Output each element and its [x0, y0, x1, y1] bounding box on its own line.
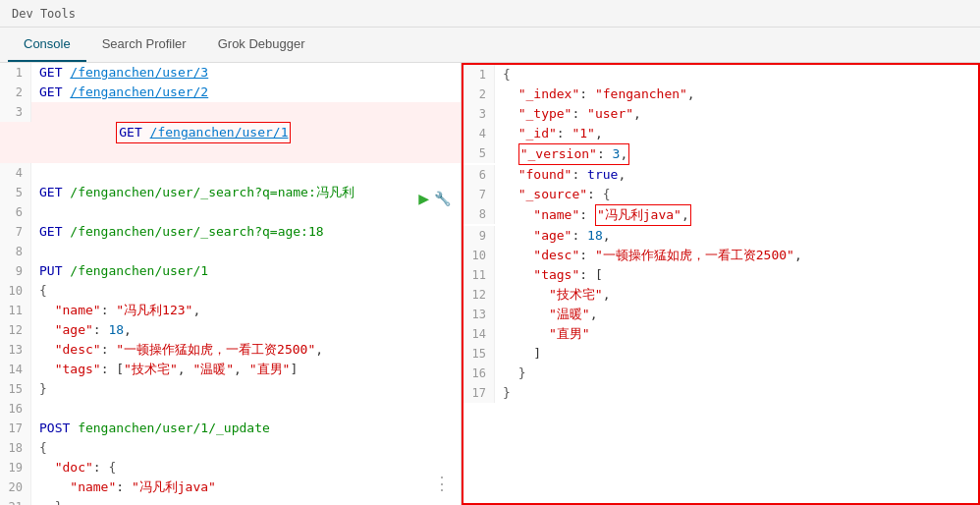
- line-content: "_version": 3,: [495, 143, 978, 165]
- line-content: "_index": "fenganchen",: [495, 84, 978, 104]
- line-number: 12: [463, 285, 495, 305]
- line-number: 15: [0, 379, 31, 399]
- line-number: 18: [0, 438, 31, 458]
- line-content: "技术宅",: [495, 285, 978, 305]
- table-row: 7 "_source": {: [463, 185, 978, 204]
- main-content: 1 GET /fenganchen/user/3 2 GET /fenganch…: [0, 63, 980, 505]
- line-content: POST fenganchen/user/1/_update: [31, 419, 461, 438]
- line-content: }: [31, 379, 461, 399]
- tab-search-profiler[interactable]: Search Profiler: [86, 27, 202, 62]
- table-row: 4: [0, 163, 461, 183]
- table-row: 15 }: [0, 379, 461, 399]
- line-number: 8: [0, 242, 31, 261]
- line-content: "温暖",: [495, 305, 978, 324]
- table-row: 2 GET /fenganchen/user/2: [0, 83, 461, 102]
- line-content: }: [31, 497, 461, 505]
- line-content: "tags": [: [495, 265, 978, 285]
- line-number: 5: [0, 183, 31, 202]
- line-number: 10: [463, 246, 495, 265]
- table-row: 18 {: [0, 438, 461, 458]
- table-row: 21 }: [0, 497, 461, 505]
- line-content: {: [31, 438, 461, 458]
- table-row: 1 GET /fenganchen/user/3: [0, 63, 461, 83]
- table-row: 1 {: [463, 65, 978, 84]
- table-row: 20 "name": "冯凡利java": [0, 477, 461, 497]
- line-content: "_type": "user",: [495, 104, 978, 124]
- table-row: 8: [0, 242, 461, 261]
- table-row: 6 "found": true,: [463, 165, 978, 185]
- table-row: 10 {: [0, 281, 461, 301]
- line-number: 1: [0, 63, 31, 83]
- table-row: 12 "技术宅",: [463, 285, 978, 305]
- table-row: 3 "_type": "user",: [463, 104, 978, 124]
- table-row: 3 GET /fenganchen/user/1: [0, 102, 461, 163]
- line-number: 16: [463, 364, 495, 383]
- line-number: 17: [463, 383, 495, 403]
- table-row: 17 POST fenganchen/user/1/_update: [0, 419, 461, 438]
- line-number: 17: [0, 419, 31, 438]
- run-button[interactable]: ▶: [418, 188, 429, 208]
- line-content: "name": "冯凡利java",: [495, 204, 978, 226]
- line-content: GET /fenganchen/user/_search?q=age:18: [31, 222, 461, 242]
- line-content: }: [495, 364, 978, 383]
- line-number: 6: [0, 202, 31, 222]
- more-options-icon[interactable]: ⋮: [433, 473, 451, 493]
- line-content: {: [495, 65, 978, 84]
- line-content: "_source": {: [495, 185, 978, 204]
- line-content: "doc": {: [31, 458, 461, 477]
- line-content: GET /fenganchen/user/_search?q=name:冯凡利: [31, 183, 461, 202]
- right-code-area[interactable]: 1 { 2 "_index": "fenganchen", 3 "_type":…: [463, 65, 978, 503]
- line-number: 11: [463, 265, 495, 285]
- tab-bar: Console Search Profiler Grok Debugger: [0, 28, 980, 63]
- line-number: 1: [463, 65, 495, 84]
- line-content: {: [31, 281, 461, 301]
- line-number: 21: [0, 497, 31, 505]
- table-row: 16: [0, 399, 461, 419]
- tab-console[interactable]: Console: [8, 27, 86, 62]
- line-number: 10: [0, 281, 31, 301]
- line-content: ]: [495, 344, 978, 364]
- line-number: 3: [463, 104, 495, 124]
- tab-grok-debugger[interactable]: Grok Debugger: [202, 27, 321, 62]
- table-row: 8 "name": "冯凡利java",: [463, 204, 978, 226]
- table-row: 9 PUT /fenganchen/user/1: [0, 261, 461, 281]
- line-number: 9: [463, 226, 495, 246]
- table-row: 13 "desc": "一顿操作猛如虎，一看工资2500",: [0, 340, 461, 360]
- line-content-active: GET /fenganchen/user/1: [31, 102, 461, 163]
- line-content: "desc": "一顿操作猛如虎，一看工资2500",: [31, 340, 461, 360]
- line-number: 9: [0, 261, 31, 281]
- line-number: 5: [463, 143, 495, 163]
- left-code-area[interactable]: 1 GET /fenganchen/user/3 2 GET /fenganch…: [0, 63, 461, 505]
- line-number: 2: [0, 83, 31, 102]
- line-number: 20: [0, 477, 31, 497]
- table-row: 11 "name": "冯凡利123",: [0, 301, 461, 320]
- line-content: }: [495, 383, 978, 403]
- line-content: "age": 18,: [495, 226, 978, 246]
- table-row: 5 GET /fenganchen/user/_search?q=name:冯凡…: [0, 183, 461, 202]
- line-content: "found": true,: [495, 165, 978, 185]
- line-number: 8: [463, 204, 495, 224]
- line-number: 2: [463, 84, 495, 104]
- line-content: "_id": "1",: [495, 124, 978, 143]
- line-content: "age": 18,: [31, 320, 461, 340]
- line-content: "desc": "一顿操作猛如虎，一看工资2500",: [495, 246, 978, 265]
- line-number: 4: [0, 163, 31, 183]
- line-number: 3: [0, 102, 31, 122]
- wrench-icon[interactable]: 🔧: [434, 191, 451, 206]
- table-row: 10 "desc": "一顿操作猛如虎，一看工资2500",: [463, 246, 978, 265]
- table-row: 13 "温暖",: [463, 305, 978, 324]
- app-title: Dev Tools: [12, 7, 76, 21]
- line-number: 13: [463, 305, 495, 324]
- line-content: GET /fenganchen/user/3: [31, 63, 461, 83]
- table-row: 16 }: [463, 364, 978, 383]
- table-row: 15 ]: [463, 344, 978, 364]
- table-row: 2 "_index": "fenganchen",: [463, 84, 978, 104]
- table-row: 14 "tags": ["技术宅", "温暖", "直男"]: [0, 360, 461, 379]
- title-bar: Dev Tools: [0, 0, 980, 28]
- line-number: 7: [0, 222, 31, 242]
- line-number: 19: [0, 458, 31, 477]
- line-content: "name": "冯凡利java": [31, 477, 461, 497]
- line-content: PUT /fenganchen/user/1: [31, 261, 461, 281]
- table-row: 14 "直男": [463, 324, 978, 344]
- table-row: 12 "age": 18,: [0, 320, 461, 340]
